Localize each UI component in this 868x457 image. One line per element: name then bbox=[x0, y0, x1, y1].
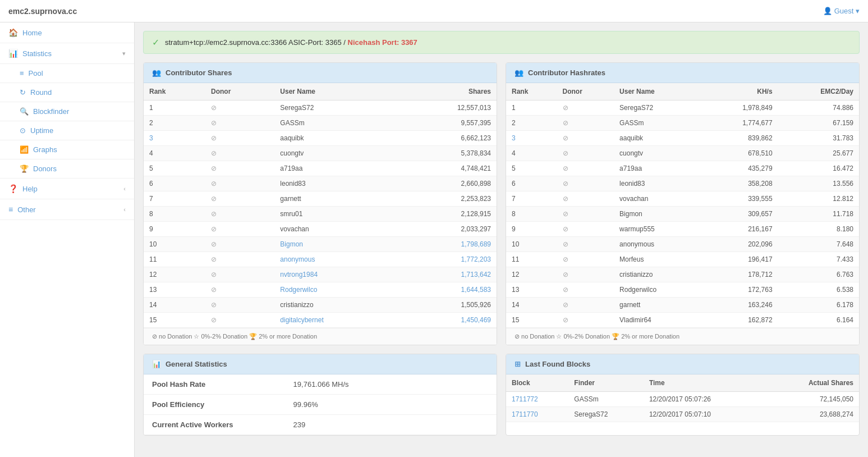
sidebar-item-graphs[interactable]: 📶 Graphs bbox=[0, 140, 134, 159]
top-panels: 👥 Contributor Shares Rank Donor User Nam… bbox=[143, 62, 860, 345]
sidebar-item-statistics[interactable]: 📊 Statistics ▾ bbox=[0, 43, 134, 64]
shares-cell: 1,772,203 bbox=[396, 252, 497, 267]
donor-cell: ⊘ bbox=[557, 146, 614, 161]
table-row[interactable]: 9 ⊘ warmup555 216,167 8.180 bbox=[506, 222, 859, 237]
table-row[interactable]: 11 ⊘ anonymous 1,772,203 bbox=[144, 252, 497, 267]
table-row[interactable]: 13 ⊘ Rodgerwilco 172,763 6.538 bbox=[506, 282, 859, 298]
username-cell: smru01 bbox=[274, 207, 396, 222]
other-icon: ≡ bbox=[8, 205, 13, 214]
rank-cell: 11 bbox=[144, 252, 205, 267]
rank-cell: 5 bbox=[506, 161, 557, 176]
table-row[interactable]: 5 ⊘ a719aa 435,279 16.472 bbox=[506, 161, 859, 176]
sidebar-item-pool[interactable]: ≡ Pool bbox=[0, 64, 134, 83]
table-row[interactable]: 15 ⊘ digitalcybernet 1,450,469 bbox=[144, 313, 497, 328]
table-row[interactable]: 7 ⊘ vovachan 339,555 12.812 bbox=[506, 191, 859, 207]
table-row[interactable]: 8 ⊘ Bigmon 309,657 11.718 bbox=[506, 207, 859, 222]
username-cell: digitalcybernet bbox=[274, 313, 396, 328]
donor-cell: ⊘ bbox=[205, 116, 274, 131]
username-cell: leonid83 bbox=[614, 176, 702, 191]
khs-cell: 678,510 bbox=[702, 146, 778, 161]
username-cell: aaquibk bbox=[274, 131, 396, 146]
rank-cell: 4 bbox=[144, 146, 205, 161]
rank-cell: 15 bbox=[506, 313, 557, 328]
emc2day-cell: 6.178 bbox=[778, 298, 859, 313]
username-cell: GASSm bbox=[274, 116, 396, 131]
hash-col-username: User Name bbox=[614, 83, 702, 100]
emc2day-cell: 74.886 bbox=[778, 100, 859, 116]
table-row[interactable]: 3 ⊘ aaquibk 6,662,123 bbox=[144, 131, 497, 146]
sidebar-item-home[interactable]: 🏠 Home bbox=[0, 22, 134, 43]
table-row[interactable]: 3 ⊘ aaquibk 839,862 31.783 bbox=[506, 131, 859, 146]
table-row[interactable]: 15 ⊘ Vladimir64 162,872 6.164 bbox=[506, 313, 859, 328]
sidebar-item-other[interactable]: ≡ Other ‹ bbox=[0, 199, 134, 220]
table-row[interactable]: 14 ⊘ garnett 163,246 6.178 bbox=[506, 298, 859, 313]
block-row[interactable]: 1711770 SeregaS72 12/20/2017 05:07:10 23… bbox=[506, 407, 859, 422]
table-row[interactable]: 4 ⊘ cuongtv 678,510 25.677 bbox=[506, 146, 859, 161]
table-row[interactable]: 13 ⊘ Rodgerwilco 1,644,583 bbox=[144, 282, 497, 298]
table-row[interactable]: 2 ⊘ GASSm 1,774,677 67.159 bbox=[506, 116, 859, 131]
donor-cell: ⊘ bbox=[557, 237, 614, 252]
table-row[interactable]: 6 ⊘ leonid83 2,660,898 bbox=[144, 176, 497, 191]
username-cell: garnett bbox=[614, 298, 702, 313]
table-row[interactable]: 12 ⊘ nvtrong1984 1,713,642 bbox=[144, 267, 497, 282]
hashrates-table-scroll[interactable]: Rank Donor User Name KH/s EMC2/Day 1 ⊘ S… bbox=[506, 83, 859, 328]
rank-cell: 13 bbox=[506, 282, 557, 298]
table-row[interactable]: 10 ⊘ Bigmon 1,798,689 bbox=[144, 237, 497, 252]
table-row[interactable]: 11 ⊘ Morfeus 196,417 7.433 bbox=[506, 252, 859, 267]
chevron-right-icon-other: ‹ bbox=[123, 206, 126, 213]
table-row[interactable]: 4 ⊘ cuongtv 5,378,834 bbox=[144, 146, 497, 161]
shares-cell: 1,798,689 bbox=[396, 237, 497, 252]
chevron-right-icon: ‹ bbox=[123, 185, 126, 192]
sidebar-item-donors[interactable]: 🏆 Donors bbox=[0, 159, 134, 179]
sidebar-item-round[interactable]: ↻ Round bbox=[0, 83, 134, 102]
emc2day-cell: 8.180 bbox=[778, 222, 859, 237]
donor-cell: ⊘ bbox=[557, 116, 614, 131]
emc2day-cell: 7.433 bbox=[778, 252, 859, 267]
shares-table-scroll[interactable]: Rank Donor User Name Shares 1 ⊘ SeregaS7… bbox=[144, 83, 497, 328]
block-col-block: Block bbox=[506, 374, 568, 392]
sidebar-item-blockfinder[interactable]: 🔍 Blockfinder bbox=[0, 102, 134, 121]
block-col-time: Time bbox=[644, 374, 765, 392]
blocks-table-scroll[interactable]: Block Finder Time Actual Shares 1711772 … bbox=[506, 374, 859, 422]
khs-cell: 339,555 bbox=[702, 191, 778, 207]
rank-cell: 13 bbox=[144, 282, 205, 298]
rank-cell: 6 bbox=[144, 176, 205, 191]
shares-col-username: User Name bbox=[274, 83, 396, 100]
table-row[interactable]: 2 ⊘ GASSm 9,557,395 bbox=[144, 116, 497, 131]
rank-cell: 1 bbox=[506, 100, 557, 116]
hashrates-panel-icon: 👥 bbox=[515, 68, 523, 77]
donor-cell: ⊘ bbox=[557, 191, 614, 207]
shares-cell: 2,033,297 bbox=[396, 222, 497, 237]
shares-cell: 1,644,583 bbox=[396, 282, 497, 298]
table-row[interactable]: 9 ⊘ vovachan 2,033,297 bbox=[144, 222, 497, 237]
guest-button[interactable]: 👤 Guest ▾ bbox=[823, 7, 860, 15]
donor-cell: ⊘ bbox=[205, 161, 274, 176]
username-cell: GASSm bbox=[614, 116, 702, 131]
table-row[interactable]: 14 ⊘ cristianizzo 1,505,926 bbox=[144, 298, 497, 313]
block-row[interactable]: 1711772 GASSm 12/20/2017 05:07:26 72,145… bbox=[506, 392, 859, 407]
statistics-icon: 📊 bbox=[8, 49, 18, 58]
table-row[interactable]: 12 ⊘ cristianizzo 178,712 6.763 bbox=[506, 267, 859, 282]
stats-row: Pool Hash Rate 19,761.066 MH/s bbox=[144, 374, 497, 395]
block-col-finder: Finder bbox=[568, 374, 644, 392]
table-row[interactable]: 5 ⊘ a719aa 4,748,421 bbox=[144, 161, 497, 176]
donor-cell: ⊘ bbox=[557, 207, 614, 222]
table-row[interactable]: 8 ⊘ smru01 2,128,915 bbox=[144, 207, 497, 222]
table-row[interactable]: 1 ⊘ SeregaS72 1,978,849 74.886 bbox=[506, 100, 859, 116]
table-row[interactable]: 10 ⊘ anonymous 202,096 7.648 bbox=[506, 237, 859, 252]
sidebar-item-uptime[interactable]: ⊙ Uptime bbox=[0, 121, 134, 140]
shares-cell: 12,557,013 bbox=[396, 100, 497, 116]
rank-cell: 12 bbox=[506, 267, 557, 282]
general-stats-panel: 📊 General Statistics Pool Hash Rate 19,7… bbox=[143, 354, 497, 436]
rank-cell: 9 bbox=[144, 222, 205, 237]
table-row[interactable]: 6 ⊘ leonid83 358,208 13.556 bbox=[506, 176, 859, 191]
emc2day-cell: 16.472 bbox=[778, 161, 859, 176]
shares-cell: 2,253,823 bbox=[396, 191, 497, 207]
table-row[interactable]: 1 ⊘ SeregaS72 12,557,013 bbox=[144, 100, 497, 116]
table-row[interactable]: 7 ⊘ garnett 2,253,823 bbox=[144, 191, 497, 207]
sidebar-item-help[interactable]: ❓ Help ‹ bbox=[0, 179, 134, 199]
khs-cell: 202,096 bbox=[702, 237, 778, 252]
donor-cell: ⊘ bbox=[557, 298, 614, 313]
donor-cell: ⊘ bbox=[205, 146, 274, 161]
donor-cell: ⊘ bbox=[557, 282, 614, 298]
